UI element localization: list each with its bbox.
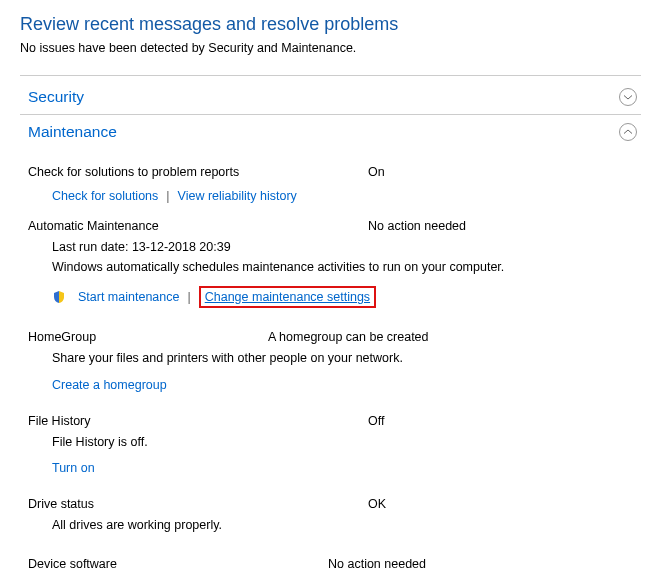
homegroup-status: A homegroup can be created xyxy=(268,330,429,344)
auto-maintenance-status: No action needed xyxy=(368,219,466,233)
homegroup-row: HomeGroup A homegroup can be created xyxy=(28,330,633,344)
shield-icon xyxy=(52,290,66,304)
filehistory-desc: File History is off. xyxy=(52,434,633,452)
chevron-up-icon xyxy=(619,123,637,141)
device-row: Device software No action needed xyxy=(28,557,633,571)
drive-label: Drive status xyxy=(28,497,368,511)
device-label: Device software xyxy=(28,557,328,571)
maintenance-label: Maintenance xyxy=(28,123,117,141)
auto-maintenance-label: Automatic Maintenance xyxy=(28,219,368,233)
check-solutions-link[interactable]: Check for solutions xyxy=(52,189,158,203)
divider xyxy=(20,75,641,76)
turn-on-link[interactable]: Turn on xyxy=(52,461,95,475)
filehistory-links: Turn on xyxy=(52,461,633,475)
homegroup-links: Create a homegroup xyxy=(52,378,633,392)
view-reliability-link[interactable]: View reliability history xyxy=(178,189,297,203)
homegroup-desc: Share your files and printers with other… xyxy=(52,350,633,368)
highlighted-link: Change maintenance settings xyxy=(199,286,376,308)
filehistory-row: File History Off xyxy=(28,414,633,428)
solutions-row: Check for solutions to problem reports O… xyxy=(28,165,633,179)
page-subtitle: No issues have been detected by Security… xyxy=(20,41,641,55)
solutions-label: Check for solutions to problem reports xyxy=(28,165,368,179)
create-homegroup-link[interactable]: Create a homegroup xyxy=(52,378,167,392)
auto-desc: Windows automatically schedules maintena… xyxy=(52,259,633,277)
drive-desc: All drives are working properly. xyxy=(52,517,633,535)
chevron-down-icon xyxy=(619,88,637,106)
solutions-links: Check for solutions | View reliability h… xyxy=(52,189,633,203)
auto-last-run: Last run date: 13-12-2018 20:39 xyxy=(52,239,633,257)
maintenance-body: Check for solutions to problem reports O… xyxy=(20,149,641,571)
separator: | xyxy=(187,290,190,304)
auto-links: Start maintenance | Change maintenance s… xyxy=(52,286,633,308)
start-maintenance-link[interactable]: Start maintenance xyxy=(78,290,179,304)
filehistory-status: Off xyxy=(368,414,384,428)
drive-status: OK xyxy=(368,497,386,511)
filehistory-label: File History xyxy=(28,414,368,428)
change-maintenance-link[interactable]: Change maintenance settings xyxy=(205,290,370,304)
security-label: Security xyxy=(28,88,84,106)
auto-maintenance-row: Automatic Maintenance No action needed xyxy=(28,219,633,233)
page-title: Review recent messages and resolve probl… xyxy=(20,14,641,35)
security-section-header[interactable]: Security xyxy=(20,80,641,115)
separator: | xyxy=(166,189,169,203)
solutions-status: On xyxy=(368,165,385,179)
maintenance-section-header[interactable]: Maintenance xyxy=(20,115,641,149)
drive-row: Drive status OK xyxy=(28,497,633,511)
homegroup-label: HomeGroup xyxy=(28,330,268,344)
device-status: No action needed xyxy=(328,557,426,571)
